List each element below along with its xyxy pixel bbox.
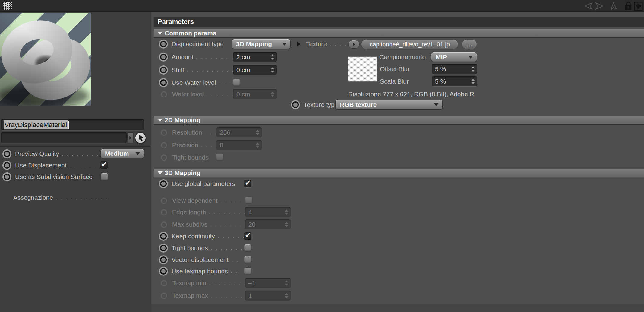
- shader-link-arrow-button[interactable]: [127, 132, 134, 143]
- param-enable-circle[interactable]: [160, 245, 167, 251]
- leader-dots: . . . . . . . . .: [209, 209, 251, 215]
- param-enable-circle[interactable]: [160, 233, 167, 240]
- max-subdivs-label: Max subdivs: [172, 221, 207, 228]
- spinner-control[interactable]: [271, 67, 274, 73]
- texture-type-dropdown[interactable]: RGB texture: [335, 100, 443, 110]
- vector-displacement-checkbox[interactable]: [244, 256, 251, 263]
- water-level-value: 0 cm: [236, 91, 250, 98]
- scala-blur-input[interactable]: 5 %: [432, 76, 477, 86]
- spinner-control: [256, 142, 259, 148]
- displacement-type-dropdown[interactable]: 3D Mapping: [232, 39, 291, 49]
- param-enable-circle[interactable]: [4, 174, 10, 180]
- parameters-title-bar: Parameters: [154, 17, 644, 27]
- param-enable-circle[interactable]: [160, 256, 167, 263]
- keep-continuity-checkbox[interactable]: [244, 232, 251, 240]
- offset-blur-input[interactable]: 5 %: [432, 64, 477, 74]
- tight-bounds-2d-checkbox: [216, 154, 223, 161]
- texture-thumbnail[interactable]: [348, 57, 377, 81]
- param-enable-circle[interactable]: [160, 180, 167, 187]
- texture-filename-button[interactable]: capitonneè_rilievo_rev1–01.jp: [361, 40, 458, 49]
- param-enable-circle-disabled[interactable]: [161, 198, 167, 204]
- param-enable-circle[interactable]: [160, 54, 167, 60]
- offset-blur-label: Offset Blur: [380, 65, 410, 73]
- cursor-arrow-icon[interactable]: [608, 1, 619, 11]
- param-enable-circle[interactable]: [160, 268, 167, 275]
- text-caret: [68, 121, 69, 129]
- unlocked-padlock-icon[interactable]: [624, 1, 633, 11]
- leader-dots: . . . . . . . . .: [196, 54, 238, 60]
- param-enable-circle[interactable]: [292, 101, 299, 108]
- preview-quality-value: Medium: [105, 150, 129, 157]
- param-enable-circle-disabled[interactable]: [161, 129, 167, 136]
- param-enable-circle-disabled[interactable]: [161, 91, 167, 97]
- nav-back-forward-icons[interactable]: [581, 2, 607, 11]
- shift-input[interactable]: 0 cm: [233, 65, 277, 75]
- top-toolbar: [0, 0, 644, 12]
- texture-filename: capitonneè_rilievo_rev1–01.jp: [370, 41, 450, 48]
- use-water-level-checkbox[interactable]: [233, 79, 240, 86]
- edge-length-input: 4: [245, 207, 291, 217]
- precision-row: Precision . . . .: [159, 140, 218, 150]
- precision-value: 8: [220, 142, 223, 149]
- texmap-max-row: Texmap max . . . . . . . .: [159, 291, 248, 301]
- checkerboard-material-icon[interactable]: [3, 2, 12, 10]
- param-enable-circle[interactable]: [160, 67, 167, 73]
- spinner-control: [285, 209, 288, 215]
- tight-bounds-3d-row: Tight bounds . . . . . . . .: [159, 243, 248, 253]
- texmap-max-value: 1: [248, 292, 252, 299]
- param-enable-circle-disabled[interactable]: [161, 293, 167, 299]
- leader-dots: . . . . . .: [218, 233, 245, 240]
- texture-row: Texture . . . .: [306, 39, 347, 49]
- param-enable-circle-disabled[interactable]: [161, 209, 167, 215]
- common-params-header[interactable]: Common params: [154, 29, 644, 37]
- water-level-input: 0 cm: [233, 89, 277, 99]
- chevron-down-icon: [468, 56, 473, 59]
- material-sidebar: VrayDisplaceMaterial Preview Quality . .…: [0, 12, 151, 312]
- shader-link-input[interactable]: [1, 132, 127, 143]
- add-plus-box-icon[interactable]: [634, 1, 643, 11]
- campionamento-dropdown[interactable]: MIP: [431, 52, 477, 62]
- use-texmap-bounds-label: Use texmap bounds: [172, 268, 228, 275]
- spinner-control[interactable]: [271, 54, 274, 60]
- assignment-label: Assegnazione: [13, 194, 53, 201]
- mapping3d-header[interactable]: 3D Mapping: [154, 169, 644, 177]
- material-name-selected-text: VrayDisplaceMaterial: [4, 120, 68, 129]
- material-preview[interactable]: [0, 13, 91, 106]
- use-texmap-bounds-checkbox[interactable]: [244, 267, 251, 275]
- use-displacement-label: Use Displacement: [15, 162, 66, 169]
- param-enable-circle-disabled[interactable]: [161, 280, 167, 286]
- precision-label: Precision: [172, 142, 198, 149]
- param-enable-circle-disabled[interactable]: [161, 221, 167, 228]
- spinner-control[interactable]: [471, 66, 475, 72]
- displacement-type-value: 3D Mapping: [236, 40, 272, 48]
- spinner-control[interactable]: [471, 79, 475, 84]
- use-displacement-checkbox[interactable]: [100, 161, 108, 169]
- texture-expand-button[interactable]: [348, 40, 360, 49]
- mapping2d-header-label: 2D Mapping: [165, 116, 200, 124]
- param-enable-circle-disabled[interactable]: [161, 154, 167, 161]
- chevron-down-icon: [282, 43, 287, 46]
- preview-quality-dropdown[interactable]: Medium: [100, 149, 144, 158]
- amount-input[interactable]: 2 cm: [233, 52, 277, 62]
- use-subdivision-checkbox[interactable]: [101, 173, 108, 180]
- param-enable-circle[interactable]: [160, 79, 167, 86]
- leader-dots: . . . . . . . .: [211, 292, 248, 299]
- vector-displacement-label: Vector displacement: [172, 256, 229, 263]
- texture-browse-button[interactable]: ...: [462, 40, 477, 49]
- pick-object-button[interactable]: [135, 132, 146, 144]
- tight-bounds-3d-checkbox[interactable]: [244, 244, 251, 252]
- spinner-control: [285, 280, 288, 286]
- leader-dots: . . . .: [201, 142, 218, 148]
- param-enable-circle[interactable]: [4, 151, 10, 157]
- max-subdivs-value: 20: [248, 221, 255, 228]
- material-name-input[interactable]: VrayDisplaceMaterial: [1, 119, 144, 130]
- param-enable-circle[interactable]: [4, 162, 10, 169]
- offset-blur-value: 5 %: [435, 65, 446, 73]
- param-enable-circle-disabled[interactable]: [161, 142, 167, 148]
- spinner-control: [271, 91, 274, 97]
- use-water-level-label: Use Water level: [172, 79, 216, 86]
- texmap-min-label: Texmap min: [172, 279, 206, 287]
- mapping2d-header[interactable]: 2D Mapping: [154, 116, 644, 124]
- param-enable-circle[interactable]: [160, 41, 167, 47]
- use-global-params-checkbox[interactable]: [244, 180, 251, 187]
